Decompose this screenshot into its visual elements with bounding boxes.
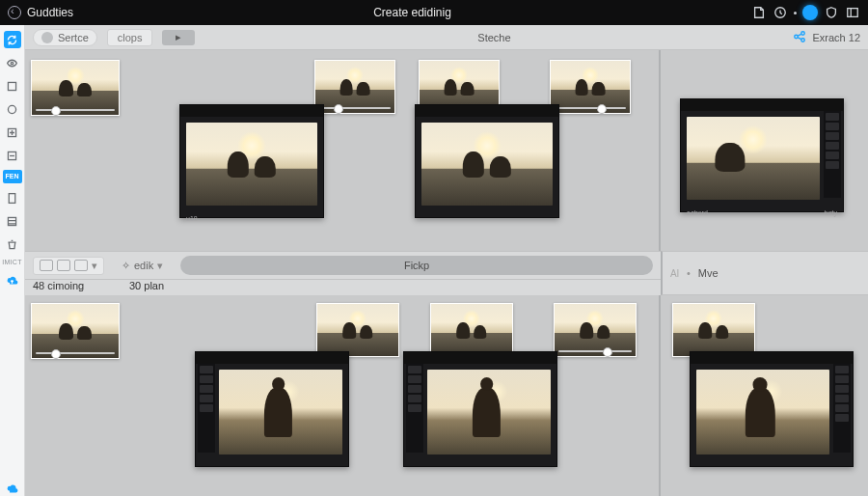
card-header: [691, 352, 853, 364]
thumb-light[interactable]: [550, 60, 631, 114]
dot-separator: •: [687, 267, 691, 279]
tool-rail: FEN IMICT: [0, 25, 25, 496]
edik-button[interactable]: ✧ edik ▾: [114, 260, 171, 272]
grid-view-icon[interactable]: [40, 260, 53, 271]
brand: Guddties: [8, 6, 73, 19]
brand-label: Guddties: [27, 6, 73, 19]
cloud-up-icon[interactable]: [4, 271, 21, 289]
record-dot-icon: [41, 32, 53, 43]
editor-card[interactable]: [403, 351, 557, 467]
mode-pill[interactable]: FEN: [3, 170, 22, 183]
card-header: [416, 105, 558, 117]
card-header: [404, 352, 556, 364]
editor-card[interactable]: [690, 351, 854, 467]
thumb-light[interactable]: [430, 303, 513, 357]
subbar-title: Steche: [204, 32, 783, 43]
count-left[interactable]: 48 cimoing: [33, 280, 120, 291]
svg-rect-1: [848, 9, 858, 17]
thumb-light[interactable]: [672, 303, 755, 357]
svg-point-2: [11, 62, 13, 64]
editor-card[interactable]: u18: [179, 104, 324, 218]
panel-icon[interactable]: [845, 5, 860, 20]
sync-icon[interactable]: [4, 31, 21, 48]
midbar-right: Al • Mve: [661, 251, 868, 295]
svg-point-11: [801, 38, 805, 41]
lower-canvas: [25, 295, 868, 496]
single-view-icon[interactable]: [57, 260, 70, 271]
new-file-icon[interactable]: [751, 5, 767, 20]
assistant-orb-icon[interactable]: [802, 5, 818, 20]
list-icon[interactable]: [4, 212, 21, 230]
count-center[interactable]: 30 plan: [129, 280, 653, 291]
workspace: Sertce clops ▸ Steche Exrach 12: [25, 25, 868, 496]
slider[interactable]: [36, 352, 115, 354]
action-bar[interactable]: Fickp: [180, 256, 653, 275]
back-icon[interactable]: [8, 6, 21, 19]
side-panel-icon: [406, 364, 423, 453]
thumb-light[interactable]: [31, 303, 120, 359]
upper-pane-right[interactable]: actrordtvrty: [661, 50, 868, 251]
wand-icon: ✧: [122, 260, 130, 272]
topbar-actions: [751, 5, 860, 20]
thumb-light[interactable]: [314, 60, 395, 114]
add-square-icon[interactable]: [4, 124, 21, 141]
right-label-a: Al: [670, 268, 679, 279]
card-header: [681, 99, 843, 111]
chevron-down-icon[interactable]: ▾: [92, 260, 97, 272]
cloud-icon[interactable]: [4, 479, 21, 496]
lower-pane-right[interactable]: [661, 295, 868, 496]
chevron-down-icon[interactable]: ▾: [157, 260, 163, 272]
slider[interactable]: [555, 107, 626, 109]
card-header: [180, 105, 323, 117]
topbar: Guddties Create edidinig: [0, 0, 868, 25]
thumb-light[interactable]: [31, 60, 120, 116]
gray-slab[interactable]: ▸: [162, 30, 195, 45]
side-panel-icon: [824, 111, 841, 198]
share-icon[interactable]: [793, 30, 806, 45]
rail-group-label: IMICT: [2, 259, 22, 265]
dash-square-icon[interactable]: [4, 147, 21, 164]
svg-point-10: [801, 31, 805, 35]
right-label-b[interactable]: Mve: [698, 267, 719, 279]
sertce-pill[interactable]: Sertce: [33, 29, 97, 46]
trash-icon[interactable]: [4, 235, 21, 253]
sertce-label: Sertce: [58, 32, 89, 43]
sub-toolbar: Sertce clops ▸ Steche Exrach 12: [25, 25, 868, 50]
thumb-light[interactable]: [316, 303, 399, 357]
svg-rect-7: [9, 193, 15, 203]
lower-pane-left[interactable]: [25, 295, 661, 496]
dot-separator: [794, 12, 797, 14]
editor-card[interactable]: [415, 104, 559, 218]
play-icon: ▸: [176, 31, 181, 43]
editor-card[interactable]: actrordtvrty: [680, 98, 844, 212]
midbar: ▾ ✧ edik ▾ Fickp: [25, 251, 661, 280]
window-title: Create edidinig: [81, 6, 744, 19]
page-icon[interactable]: [4, 189, 21, 207]
exrach-label: Exrach 12: [812, 32, 860, 43]
editor-card[interactable]: [195, 351, 349, 467]
clock-icon[interactable]: [773, 5, 788, 20]
slider[interactable]: [319, 107, 391, 109]
clops-chip[interactable]: clops: [107, 29, 153, 46]
upper-canvas: u18 actrordtvrty: [25, 50, 868, 251]
thumb-light[interactable]: [554, 303, 637, 357]
compare-view-icon[interactable]: [74, 260, 88, 271]
svg-point-4: [8, 105, 15, 113]
upper-pane-left[interactable]: u18: [25, 50, 661, 251]
card-header: [196, 352, 348, 364]
svg-point-9: [795, 35, 799, 39]
midbar-row: ▾ ✧ edik ▾ Fickp 48 cimoing 30 plan Al: [25, 251, 868, 295]
square-icon[interactable]: [4, 77, 21, 95]
slider[interactable]: [36, 109, 115, 111]
main: FEN IMICT Sertce clops ▸ Steche Exrach 1…: [0, 25, 868, 496]
circle-icon[interactable]: [4, 100, 21, 118]
side-panel-icon: [833, 364, 851, 453]
view-mode-group[interactable]: ▾: [33, 257, 104, 275]
side-panel-icon: [198, 364, 215, 453]
shield-icon[interactable]: [824, 5, 839, 20]
slider[interactable]: [558, 350, 632, 352]
svg-rect-3: [8, 82, 15, 90]
eye-icon[interactable]: [4, 54, 21, 71]
